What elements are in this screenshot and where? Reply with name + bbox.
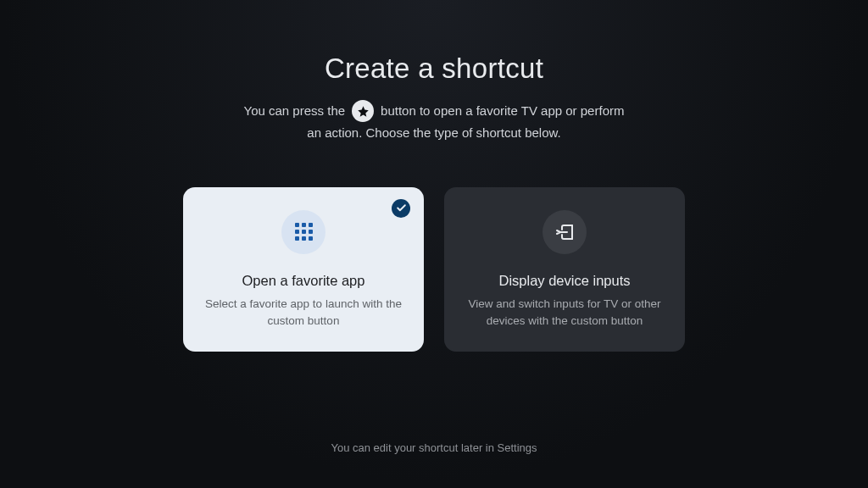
- checkmark-icon: [392, 199, 410, 218]
- header: Create a shortcut You can press the butt…: [244, 53, 625, 145]
- subtitle-text-part1: You can press the: [244, 100, 346, 122]
- subtitle-text-line2: an action. Choose the type of shortcut b…: [244, 122, 625, 144]
- card-description: View and switch inputs for TV or other d…: [459, 296, 670, 330]
- input-icon: [542, 210, 587, 254]
- page-title: Create a shortcut: [244, 53, 625, 85]
- card-title: Open a favorite app: [242, 273, 365, 289]
- footer-hint: You can edit your shortcut later in Sett…: [0, 441, 868, 454]
- card-display-device-inputs[interactable]: Display device inputs View and switch in…: [444, 187, 685, 352]
- star-icon: [352, 100, 374, 122]
- card-description: Select a favorite app to launch with the…: [198, 296, 409, 330]
- card-open-favorite-app[interactable]: Open a favorite app Select a favorite ap…: [183, 187, 424, 352]
- card-title: Display device inputs: [499, 273, 631, 289]
- subtitle-text-part2: button to open a favorite TV app or perf…: [381, 100, 624, 122]
- apps-grid-icon: [281, 210, 326, 254]
- page-subtitle: You can press the button to open a favor…: [244, 100, 625, 145]
- shortcut-type-cards: Open a favorite app Select a favorite ap…: [183, 187, 685, 352]
